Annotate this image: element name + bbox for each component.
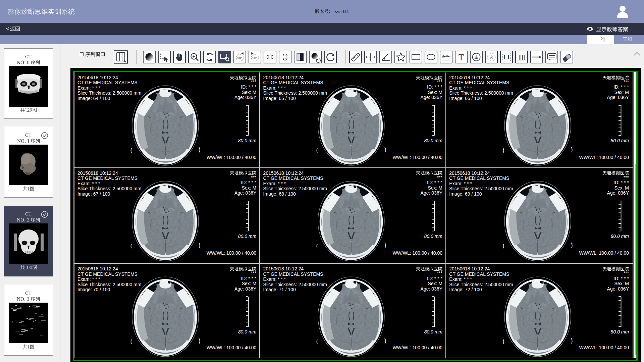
svg-text:T: T [459, 52, 464, 62]
svg-text:90°: 90° [237, 56, 242, 60]
svg-text:90°: 90° [252, 56, 257, 60]
